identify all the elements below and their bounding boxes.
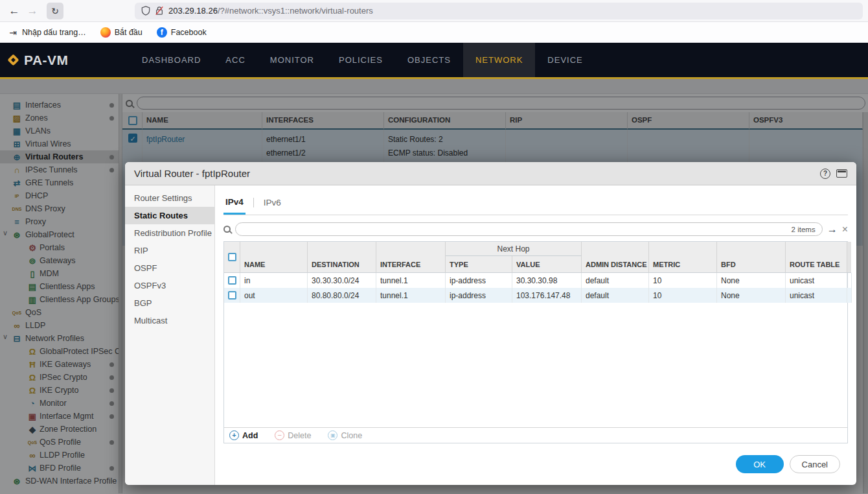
column-header-value[interactable]: VALUE — [512, 256, 582, 273]
cell-destination: 30.30.30.0/24 — [308, 273, 376, 288]
checkbox-icon — [228, 253, 236, 261]
column-header-interface[interactable]: INTERFACE — [376, 242, 446, 273]
ip-version-tabs: IPv4 IPv6 — [223, 196, 848, 215]
app-header: PA-VM DASHBOARDACCMONITORPOLICIESOBJECTS… — [0, 43, 868, 79]
bookmark-label: Facebook — [171, 28, 207, 37]
tab-separator — [253, 198, 254, 207]
dialog-menu-multicast[interactable]: Multicast — [125, 312, 214, 329]
column-header-name[interactable]: NAME — [240, 242, 308, 273]
dialog-menu-rip[interactable]: RIP — [125, 242, 214, 259]
cell-name: in — [240, 273, 308, 288]
checkbox-icon — [228, 276, 236, 285]
app-logo: PA-VM — [0, 43, 130, 77]
cell-route-table: unicast — [786, 288, 847, 303]
header-scroll-space — [847, 242, 851, 273]
checkbox-icon — [228, 291, 236, 300]
routes-action-bar: + Add − Delete ▣ Clone — [224, 427, 847, 443]
delete-icon: − — [275, 430, 284, 440]
nav-tab-objects[interactable]: OBJECTS — [395, 43, 463, 77]
nav-tab-policies[interactable]: POLICIES — [326, 43, 395, 77]
main-nav: DASHBOARDACCMONITORPOLICIESOBJECTSNETWOR… — [130, 43, 595, 77]
table-empty-space — [224, 303, 847, 427]
row-checkbox[interactable] — [224, 273, 240, 288]
column-header-route-table[interactable]: ROUTE TABLE — [786, 242, 847, 273]
dialog-main: IPv4 IPv6 2 items → × NAMEDESTINATIONINT… — [215, 185, 856, 485]
route-row-out[interactable]: out80.80.80.0/24tunnel.1ip-address103.17… — [224, 288, 847, 303]
cell-interface: tunnel.1 — [376, 288, 446, 303]
column-header-destination[interactable]: DESTINATION — [308, 242, 376, 273]
dialog-menu-router-settings[interactable]: Router Settings — [125, 189, 214, 207]
cell-value: 103.176.147.48 — [512, 288, 582, 303]
delete-button[interactable]: − Delete — [275, 430, 311, 440]
nav-tab-monitor[interactable]: MONITOR — [258, 43, 326, 77]
clone-button[interactable]: ▣ Clone — [328, 430, 362, 440]
add-icon: + — [229, 430, 239, 440]
cell-type: ip-address — [446, 273, 512, 288]
nav-tab-device[interactable]: DEVICE — [535, 43, 595, 77]
cell-bfd: None — [717, 288, 786, 303]
delete-button-label: Delete — [288, 431, 311, 440]
dialog-title: Virtual Router - fptIpRouter — [134, 168, 250, 179]
virtual-router-dialog: Virtual Router - fptIpRouter ? Router Se… — [125, 162, 856, 485]
column-header-metric[interactable]: METRIC — [649, 242, 717, 273]
cell-metric: 10 — [649, 273, 717, 288]
cell-admin-distance: default — [582, 273, 649, 288]
cell-value: 30.30.30.98 — [512, 273, 582, 288]
dialog-menu: Router SettingsStatic RoutesRedistributi… — [125, 185, 215, 485]
browser-forward-icon[interactable]: → — [23, 5, 41, 18]
help-icon[interactable]: ? — [820, 169, 830, 179]
url-bar[interactable]: 203.29.18.26/?#network::vsys1::network/v… — [135, 3, 863, 19]
clone-button-label: Clone — [341, 431, 362, 440]
cancel-button[interactable]: Cancel — [790, 455, 840, 473]
column-header-type[interactable]: TYPE — [446, 256, 512, 273]
browser-reload-icon[interactable]: ↻ — [47, 3, 63, 19]
row-checkbox[interactable] — [224, 288, 240, 303]
bookmark-facebook[interactable]: f Facebook — [157, 27, 207, 38]
bookmark-import[interactable]: ⇥ Nhập dấu trang… — [8, 27, 86, 38]
dialog-menu-ospfv3[interactable]: OSPFv3 — [125, 277, 214, 294]
route-row-in[interactable]: in30.30.30.0/24tunnel.1ip-address30.30.3… — [224, 273, 847, 288]
add-button-label: Add — [242, 431, 258, 440]
dialog-header: Virtual Router - fptIpRouter ? — [125, 162, 856, 185]
nav-tab-acc[interactable]: ACC — [213, 43, 257, 77]
search-icon — [223, 226, 231, 233]
url-path: /?#network::vsys1::network/virtual-route… — [218, 6, 373, 16]
browser-back-icon[interactable]: ← — [5, 5, 23, 18]
dialog-body: Router SettingsStatic RoutesRedistributi… — [125, 185, 856, 485]
cell-destination: 80.80.80.0/24 — [308, 288, 376, 303]
ok-button[interactable]: OK — [736, 455, 784, 473]
cell-interface: tunnel.1 — [376, 273, 446, 288]
tab-ipv4[interactable]: IPv4 — [223, 197, 246, 215]
insecure-lock-icon — [155, 6, 164, 16]
bookmark-label: Nhập dấu trang… — [22, 28, 86, 37]
column-header-bfd[interactable]: BFD — [717, 242, 786, 273]
apply-filter-icon[interactable]: → — [827, 224, 838, 235]
clear-filter-icon[interactable]: × — [842, 224, 848, 235]
cell-type: ip-address — [446, 288, 512, 303]
url-host: 203.29.18.26 — [168, 6, 218, 16]
cell-metric: 10 — [649, 288, 717, 303]
static-routes-panel: NAMEDESTINATIONINTERFACEADMIN DISTANCEME… — [223, 241, 848, 443]
routes-search-input[interactable]: 2 items — [235, 222, 823, 236]
routes-search-row: 2 items → × — [223, 222, 848, 236]
dialog-menu-static-routes[interactable]: Static Routes — [125, 207, 214, 224]
import-bookmark-icon: ⇥ — [8, 27, 18, 38]
app-body: ▤Interfaces▨Zones▦VLANs⊞Virtual Wires⊕Vi… — [0, 79, 868, 494]
column-header-admin-distance[interactable]: ADMIN DISTANCE — [582, 242, 649, 273]
bookmark-get-started[interactable]: Bắt đầu — [100, 27, 143, 38]
add-button[interactable]: + Add — [229, 430, 258, 440]
window-icon[interactable] — [836, 169, 847, 178]
row-scroll-space — [847, 288, 852, 303]
select-all-checkbox[interactable] — [224, 242, 240, 273]
dialog-footer: OK Cancel — [223, 443, 848, 485]
dialog-menu-ospf[interactable]: OSPF — [125, 259, 214, 277]
nav-tab-network[interactable]: NETWORK — [463, 43, 535, 77]
clone-icon: ▣ — [328, 430, 337, 440]
tab-ipv6[interactable]: IPv6 — [262, 198, 283, 213]
nav-tab-dashboard[interactable]: DASHBOARD — [130, 43, 213, 77]
firefox-icon — [100, 27, 111, 38]
dialog-menu-redistribution-profile[interactable]: Redistribution Profile — [125, 224, 214, 242]
cell-admin-distance: default — [582, 288, 649, 303]
dialog-menu-bgp[interactable]: BGP — [125, 294, 214, 312]
url-text: 203.29.18.26/?#network::vsys1::network/v… — [168, 6, 373, 16]
